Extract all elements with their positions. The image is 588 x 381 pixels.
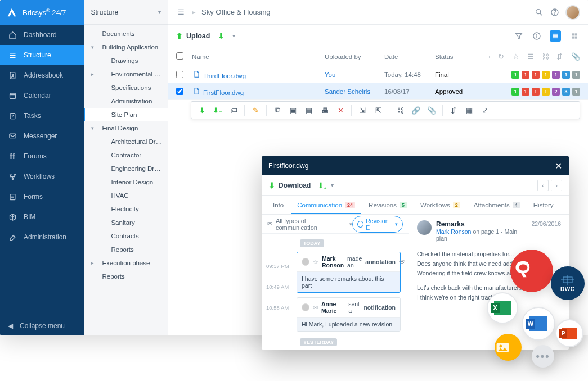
uploader-link[interactable]: Sander Scheiris <box>325 88 370 95</box>
nav-label: BIM <box>24 213 35 221</box>
chevron-down-icon[interactable]: ▾ <box>158 9 161 15</box>
tree-item[interactable]: Reports <box>84 270 168 283</box>
nav-item-addressbook[interactable]: Addressbook <box>0 65 84 85</box>
uploader-link[interactable]: You <box>325 71 335 78</box>
nav-item-administration[interactable]: Administration <box>0 227 84 247</box>
qr-icon[interactable]: ▦ <box>464 105 474 115</box>
timeline-message[interactable]: ☆Mark Ronson made an annotation👁I have s… <box>297 252 401 293</box>
select-all-checkbox[interactable] <box>176 52 183 60</box>
download-more-caret[interactable]: ▾ <box>331 182 334 188</box>
download-label: Download <box>279 182 311 189</box>
user-avatar[interactable] <box>565 5 580 20</box>
tree-item[interactable]: Documents <box>84 27 168 40</box>
file-name-link[interactable]: FirstFloor.dwg <box>203 89 244 96</box>
more-actions-caret[interactable]: ▾ <box>232 33 235 39</box>
info-icon[interactable] <box>532 31 542 41</box>
nav-label: Administration <box>24 233 66 241</box>
tree-item[interactable]: Contractor <box>84 148 168 162</box>
help-icon[interactable] <box>550 7 560 17</box>
attach-icon[interactable]: 📎 <box>427 105 437 115</box>
tree-item[interactable]: HVAC <box>84 189 168 202</box>
comm-type-filter[interactable]: ✉All types of communication▾ <box>267 217 352 231</box>
download-icon[interactable]: ⬇ <box>218 31 225 40</box>
tree-item[interactable]: Sanitary <box>84 216 168 229</box>
filter-icon[interactable] <box>514 31 524 41</box>
row-checkbox[interactable] <box>176 71 183 78</box>
export-icon[interactable]: ⇱ <box>373 105 383 115</box>
file-name-link[interactable]: ThirdFloor.dwg <box>203 72 246 79</box>
col-status[interactable]: Status <box>435 53 480 60</box>
print-icon[interactable]: 🖶 <box>320 105 330 115</box>
tree-item[interactable]: Electricity <box>84 202 168 216</box>
tree-item[interactable]: Building Application <box>84 40 168 54</box>
nav-item-bim[interactable]: BIM <box>0 207 84 227</box>
revision-filter-pill[interactable]: Revision E▾ <box>352 216 403 233</box>
tree-item[interactable]: Contracts <box>84 229 168 243</box>
collapse-menu-button[interactable]: ◀ Collapse menu <box>0 316 84 335</box>
menu-icon[interactable]: ☰ <box>176 7 186 17</box>
upload-button[interactable]: ⬆Upload <box>176 31 210 40</box>
nav-item-forums[interactable]: ffForums <box>0 146 84 166</box>
view-icon[interactable]: 👁 <box>399 258 406 266</box>
tree-item[interactable]: Architectural Drawings <box>84 135 168 148</box>
link-icon[interactable]: 🔗 <box>411 105 421 115</box>
tree-item[interactable]: Reports <box>84 243 168 256</box>
tree-item[interactable]: Drawings <box>84 54 168 67</box>
nav-item-structure[interactable]: Structure <box>0 45 84 65</box>
share-icon[interactable]: ⇵ <box>448 105 459 115</box>
download-icon[interactable]: ⬇ <box>197 105 207 115</box>
nav-item-workflows[interactable]: Workflows <box>0 166 84 187</box>
tree-item[interactable]: Interior Design <box>84 175 168 189</box>
col-uploaded[interactable]: Uploaded by <box>325 53 381 60</box>
remark-detail: Remarks Mark Ronson on page 1 - Main pla… <box>409 215 569 350</box>
preview-icon[interactable]: ▤ <box>304 105 314 115</box>
tab-communication[interactable]: Communication24 <box>291 197 361 214</box>
svg-point-5 <box>12 74 14 76</box>
nav-item-calendar[interactable]: Calendar <box>0 85 84 106</box>
tab-revisions[interactable]: Revisions5 <box>363 197 412 214</box>
workflow-icon[interactable]: ⛓ <box>395 105 405 115</box>
row-checkbox[interactable] <box>176 88 183 95</box>
tree-item[interactable]: Environmental Permit <box>84 67 168 81</box>
tag-icon[interactable]: 🏷 <box>228 105 239 115</box>
tree-item[interactable]: Specifications <box>84 81 168 94</box>
prev-button[interactable]: ‹ <box>537 180 549 191</box>
col-date[interactable]: Date <box>384 53 432 60</box>
download-button[interactable]: ⬇Download <box>268 181 311 190</box>
nav-item-tasks[interactable]: Tasks <box>0 106 84 126</box>
close-icon[interactable]: ✕ <box>555 161 562 171</box>
edit-icon[interactable]: ✎ <box>250 105 261 115</box>
download-add-icon[interactable]: ⬇₊ <box>213 105 223 115</box>
move-icon[interactable]: ⇲ <box>357 105 367 115</box>
table-row[interactable]: ThirdFloor.dwgYouToday, 14:48Final111111… <box>168 66 588 83</box>
nav-item-forms[interactable]: Forms <box>0 187 84 207</box>
open-icon[interactable]: ⤢ <box>480 105 490 115</box>
col-name[interactable]: Name <box>192 53 321 60</box>
list-view-button[interactable] <box>550 30 561 42</box>
nav-item-messenger[interactable]: Messenger <box>0 126 84 146</box>
tree-label: Environmental Permit <box>111 71 163 78</box>
file-toolbar: ⬆Upload ⬇ ▾ <box>168 25 588 47</box>
delete-icon[interactable]: ✕ <box>335 105 345 115</box>
download-add-icon[interactable]: ⬇+ <box>317 181 324 190</box>
tree-item[interactable]: Engineering Drawings <box>84 162 168 175</box>
tree-item[interactable]: Final Design <box>84 121 168 135</box>
search-icon[interactable] <box>534 7 544 17</box>
tab-history[interactable]: History <box>528 197 559 214</box>
tab-attachments[interactable]: Attachments4 <box>468 197 526 214</box>
copy-icon[interactable]: ⧉ <box>272 105 282 115</box>
table-row[interactable]: FirstFloor.dwgSander Scheiris16/08/17App… <box>168 83 588 100</box>
tab-workflows[interactable]: Workflows2 <box>415 197 466 214</box>
tree-item[interactable]: Administration <box>84 94 168 108</box>
star-icon: ☆ <box>313 258 318 265</box>
remark-author-link[interactable]: Mark Ronson <box>436 228 471 235</box>
tree-item[interactable]: Execution phase <box>84 256 168 270</box>
next-button[interactable]: › <box>551 180 562 191</box>
copy-to-icon[interactable]: ▣ <box>288 105 298 115</box>
brand: Bricsys® 24/7 <box>0 0 84 25</box>
tab-info[interactable]: Info <box>267 197 289 214</box>
tree-item[interactable]: Site Plan <box>84 108 168 121</box>
nav-item-dashboard[interactable]: Dashboard <box>0 25 84 45</box>
timeline-message[interactable]: ✉Anne Marie sent a notificationHi Mark, … <box>297 297 401 332</box>
grid-view-button[interactable] <box>569 30 580 42</box>
